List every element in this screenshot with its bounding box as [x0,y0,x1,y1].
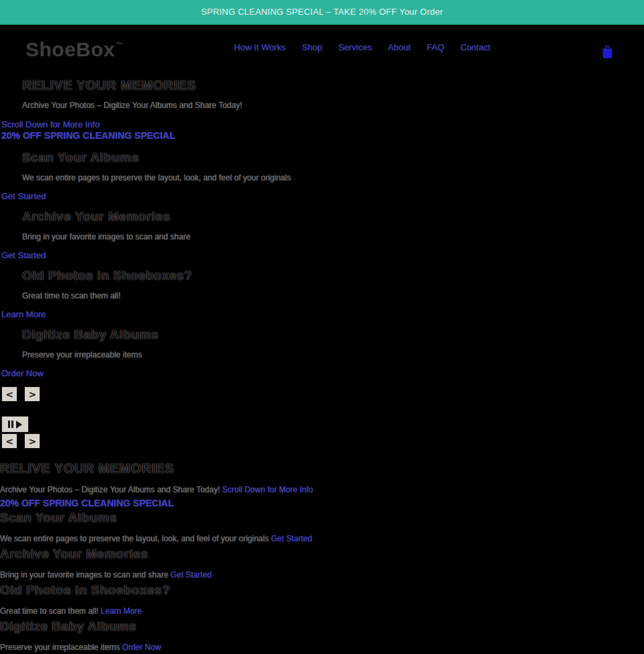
order-now-link[interactable]: Order Now [122,643,161,652]
fallback-body: Preserve your irreplaceable items Order … [0,643,644,652]
get-started-link[interactable]: Get Started [1,191,644,201]
chevron-right-icon: > [29,437,37,446]
fallback-heading: Old Photos in Shoeboxes? [0,583,644,598]
carousel-nav-row-bottom: < > [1,433,644,453]
announcement-banner: SPRING CLEANING SPECIAL – TAKE 20% OFF Y… [0,0,644,25]
section-body: Preserve your irreplaceable items [22,350,644,360]
site-header: ShoeBox™ How It Works Shop Services Abou… [0,25,644,74]
fallback-heading: Archive Your Memories [0,547,644,561]
logo-text: ShoeBox [25,38,115,60]
carousel-nav-row-top: < > [1,386,644,406]
scroll-down-link[interactable]: Scroll Down for More Info [222,485,313,494]
hero-title: RELIVE YOUR MEMORIES [22,78,644,93]
order-now-link[interactable]: Order Now [1,368,644,378]
trademark-symbol: ™ [116,41,123,48]
hero-carousel-slide: RELIVE YOUR MEMORIES Archive Your Photos… [0,78,644,378]
nav-item-faq[interactable]: FAQ [427,42,444,52]
section-heading: Archive Your Memories [22,209,644,224]
chevron-left-icon: < [5,437,13,446]
carousel-prev-button[interactable]: < [1,386,17,402]
get-started-link[interactable]: Get Started [170,570,211,580]
fallback-body: We scan entire pages to preserve the lay… [0,534,644,543]
shopping-bag-icon [602,49,613,60]
promo-text: 20% OFF SPRING CLEANING SPECIAL [1,130,644,141]
cart-button[interactable] [602,45,613,61]
fallback-body: Bring in your favorite images to scan an… [0,570,644,580]
section-heading: Digitize Baby Albums [22,327,644,342]
hero-section-old-photos: Old Photos in Shoeboxes? Great time to s… [0,268,644,319]
fallback-subtitle: Archive Your Photos – Digitize Your Albu… [0,485,644,494]
fallback-text-block: RELIVE YOUR MEMORIES Archive Your Photos… [0,461,644,652]
carousel-controls: < > < > [1,386,644,453]
nav-item-shop[interactable]: Shop [302,42,322,52]
section-body: Great time to scan them all! [22,291,644,301]
main-nav: How It Works Shop Services About FAQ Con… [123,42,602,52]
section-heading: Old Photos in Shoeboxes? [22,268,644,283]
nav-item-services[interactable]: Services [338,42,372,52]
hero-section-baby-albums: Digitize Baby Albums Preserve your irrep… [0,327,644,378]
carousel-next-button-2[interactable]: > [24,433,40,449]
play-icon [16,421,22,429]
carousel-playback-row [1,406,644,433]
chevron-left-icon: < [5,390,13,399]
main-content: RELIVE YOUR MEMORIES Archive Your Photos… [0,78,644,652]
get-started-link[interactable]: Get Started [271,534,312,543]
section-heading: Scan Your Albums [22,150,644,165]
fallback-title: RELIVE YOUR MEMORIES [0,461,644,476]
announcement-text: SPRING CLEANING SPECIAL – TAKE 20% OFF Y… [201,7,443,17]
scroll-down-link[interactable]: Scroll Down for More Info [1,119,644,129]
carousel-pause-play-button[interactable] [1,416,29,433]
fallback-heading: Digitize Baby Albums [0,619,644,634]
pause-icon [8,421,13,428]
hero-subtitle: Archive Your Photos – Digitize Your Albu… [22,101,644,110]
fallback-body: Great time to scan them all! Learn More [0,606,644,616]
learn-more-link[interactable]: Learn More [101,606,142,616]
hero-section-scan-albums: Scan Your Albums We scan entire pages to… [0,150,644,201]
fallback-heading: Scan Your Albums [0,510,644,525]
chevron-right-icon: > [29,390,37,399]
section-body: We scan entire pages to preserve the lay… [22,173,644,182]
logo[interactable]: ShoeBox™ [25,38,123,61]
hero-section-archive-memories: Archive Your Memories Bring in your favo… [0,209,644,260]
nav-item-how-it-works[interactable]: How It Works [234,42,286,52]
carousel-next-button[interactable]: > [24,386,40,402]
carousel-prev-button-2[interactable]: < [1,433,17,449]
nav-item-about[interactable]: About [388,42,411,52]
learn-more-link[interactable]: Learn More [1,309,644,319]
section-body: Bring in your favorite images to scan an… [22,232,644,241]
nav-item-contact[interactable]: Contact [460,42,490,52]
promo-text: 20% OFF SPRING CLEANING SPECIAL [0,498,644,508]
get-started-link[interactable]: Get Started [1,250,644,260]
